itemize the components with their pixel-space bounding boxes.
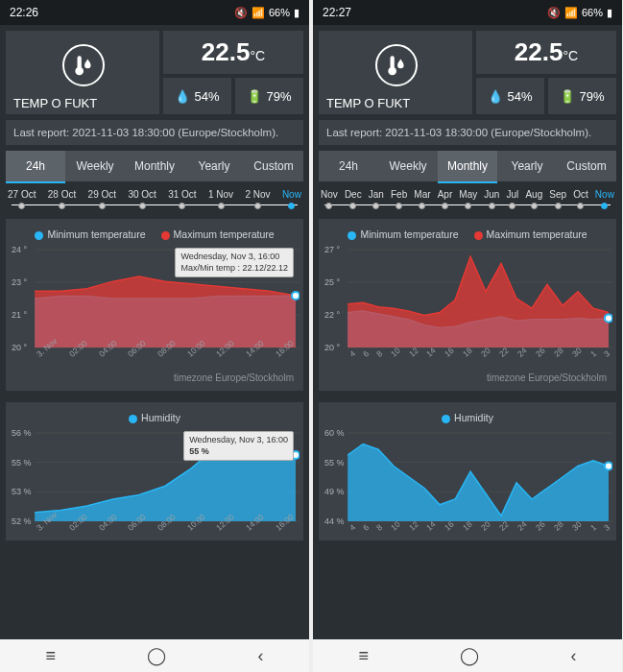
tooltip-title: Wednesday, Nov 3, 16:00 [189, 435, 288, 446]
device-name: TEMP O FUKT [13, 96, 154, 110]
humidity-box[interactable]: 💧 54% [476, 78, 544, 114]
temperature-box[interactable]: 22.5°C [163, 31, 303, 74]
date-item[interactable]: Mar [414, 189, 430, 209]
device-battery-value: 79% [266, 89, 291, 104]
temp-value: 22.5 [515, 37, 563, 66]
date-item[interactable]: 2 Nov [245, 189, 270, 209]
mute-icon: 🔇 [547, 7, 561, 19]
mute-icon: 🔇 [234, 7, 248, 19]
tab-monthly[interactable]: Monthly [125, 151, 184, 181]
hum-x-labels: 3. Nov02:0004:0006:0008:0010:0012:0014:0… [10, 525, 300, 535]
date-item[interactable]: Nov [321, 189, 338, 209]
date-item[interactable]: 27 Oct [8, 189, 36, 209]
status-icons: 🔇 📶 66% ▮ [547, 7, 612, 19]
date-item[interactable]: Now [595, 189, 614, 209]
last-report-text: Last report: 2021-11-03 18:30:00 (Europe… [6, 120, 303, 145]
tooltip-value: 55 % [189, 446, 209, 456]
date-item[interactable]: 30 Oct [128, 189, 156, 209]
timezone-label: timezone Europe/Stockholm [10, 361, 300, 385]
tab-weekly[interactable]: Weekly [65, 151, 125, 181]
date-item[interactable]: May [459, 189, 477, 209]
temp-legend: Minimum temperature Maximum temperature [323, 228, 612, 240]
max-temp-label: Maximum temperature [487, 228, 587, 240]
back-button[interactable]: ‹ [257, 646, 263, 666]
temperature-box[interactable]: 22.5°C [476, 31, 616, 74]
hum-legend: Humidity [323, 412, 612, 423]
thermometer-humidity-icon [375, 44, 418, 86]
battery-icon: 🔋 [560, 89, 575, 104]
tab-weekly[interactable]: Weekly [378, 151, 438, 181]
humidity-chart[interactable]: 44 %49 %55 %60 % [323, 429, 612, 525]
device-card[interactable]: TEMP O FUKT [319, 31, 472, 114]
date-item[interactable]: Now [282, 189, 301, 209]
android-navbar: ≡ ◯ ‹ [313, 639, 622, 672]
tab-24h[interactable]: 24h [6, 151, 65, 181]
humidity-value: 54% [507, 89, 532, 104]
temp-legend: Minimum temperature Maximum temperature [10, 228, 300, 240]
min-temp-dot [35, 231, 43, 240]
temp-unit: °C [563, 48, 578, 63]
tab-yearly[interactable]: Yearly [497, 151, 557, 181]
date-item[interactable]: Feb [391, 189, 407, 209]
date-item[interactable]: 29 Oct [88, 189, 116, 209]
date-item[interactable]: Dec [345, 189, 362, 209]
humidity-label: Humidity [454, 412, 493, 423]
thermometer-humidity-icon [62, 44, 105, 86]
humidity-chart-block: Humidity 44 %49 %55 %60 % 46810121416182… [319, 402, 616, 540]
tab-custom[interactable]: Custom [557, 151, 616, 181]
max-temp-label: Maximum temperature [174, 228, 275, 240]
date-item[interactable]: Sep [549, 189, 566, 209]
date-item[interactable]: 31 Oct [168, 189, 196, 209]
date-item[interactable]: 1 Nov [208, 189, 233, 209]
stats-column: 22.5°C 💧 54% 🔋 79% [476, 31, 616, 114]
temperature-chart-block: Minimum temperature Maximum temperature … [319, 219, 616, 391]
tab-yearly[interactable]: Yearly [184, 151, 244, 181]
tab-24h[interactable]: 24h [319, 151, 378, 181]
droplet-icon: 💧 [175, 89, 190, 104]
date-item[interactable]: Oct [573, 189, 588, 209]
device-battery-value: 79% [579, 89, 604, 104]
min-temp-dot [347, 231, 356, 240]
battery-pct: 66% [269, 7, 290, 18]
humidity-box[interactable]: 💧 54% [163, 78, 231, 114]
date-selector[interactable]: NovDecJanFebMarAprMayJunJulAugSepOctNow [313, 181, 622, 213]
hum-x-labels: 468101214161820222426283013 [323, 525, 612, 535]
temp-x-labels: 468101214161820222426283013 [323, 351, 612, 361]
status-bar: 22:26 🔇 📶 66% ▮ [0, 0, 309, 25]
last-report-text: Last report: 2021-11-03 18:30:00 (Europe… [319, 120, 616, 145]
recents-button[interactable]: ≡ [46, 646, 57, 666]
tab-monthly[interactable]: Monthly [438, 151, 497, 181]
phone-screen-right: 22:27 🔇 📶 66% ▮ TEMP O FUKT 22.5°C 💧 54% [313, 0, 622, 672]
home-button[interactable]: ◯ [460, 645, 479, 666]
battery-icon: ▮ [607, 7, 612, 19]
wifi-icon: 📶 [564, 7, 578, 19]
temp-tooltip: Wednesday, Nov 3, 16:00 Max/Min temp : 2… [175, 248, 294, 277]
home-button[interactable]: ◯ [147, 645, 166, 666]
clock: 22:27 [323, 6, 351, 19]
battery-icon: 🔋 [247, 89, 262, 104]
recents-button[interactable]: ≡ [359, 646, 370, 666]
svg-point-14 [605, 314, 612, 322]
date-item[interactable]: Jul [507, 189, 519, 209]
temperature-chart[interactable]: 20 °22 °25 °27 ° [323, 246, 612, 351]
back-button[interactable]: ‹ [570, 646, 576, 666]
min-temp-label: Minimum temperature [360, 228, 458, 240]
date-item[interactable]: Jan [369, 189, 384, 209]
device-summary: TEMP O FUKT 22.5°C 💧 54% 🔋 79% [313, 25, 622, 120]
battery-icon: ▮ [294, 7, 300, 19]
device-name: TEMP O FUKT [326, 96, 467, 110]
date-item[interactable]: Aug [525, 189, 542, 209]
date-item[interactable]: Jun [484, 189, 499, 209]
device-card[interactable]: TEMP O FUKT [6, 31, 159, 114]
battery-box[interactable]: 🔋 79% [548, 78, 616, 114]
date-item[interactable]: Apr [438, 189, 453, 209]
status-icons: 🔇 📶 66% ▮ [234, 7, 300, 19]
range-tabs: 24h Weekly Monthly Yearly Custom [6, 151, 303, 181]
battery-box[interactable]: 🔋 79% [235, 78, 303, 114]
temp-value: 22.5 [202, 37, 251, 66]
date-item[interactable]: 28 Oct [48, 189, 76, 209]
date-selector[interactable]: 27 Oct28 Oct29 Oct30 Oct31 Oct1 Nov2 Nov… [0, 181, 309, 213]
timezone-label: timezone Europe/Stockholm [323, 361, 612, 385]
humidity-label: Humidity [141, 412, 180, 423]
tab-custom[interactable]: Custom [244, 151, 303, 181]
